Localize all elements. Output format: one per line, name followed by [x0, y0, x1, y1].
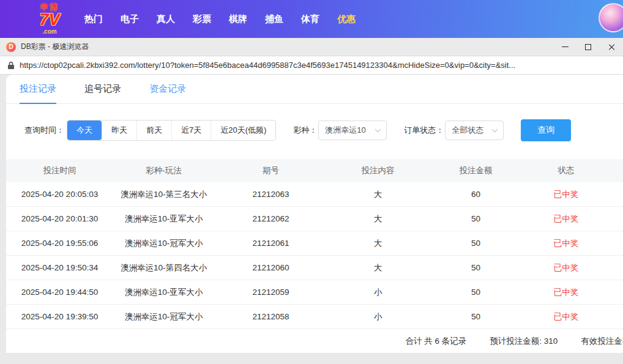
- bet-content-cell: 大: [327, 182, 428, 206]
- close-button[interactable]: [600, 38, 623, 56]
- issue-number-cell: 21212062: [214, 207, 327, 231]
- nav-item-真人[interactable]: 真人: [157, 13, 175, 25]
- bet-records-table: 投注时间彩种-玩法期号投注内容投注金额状态 2025-04-20 20:05:0…: [6, 159, 623, 354]
- bet-content-cell: 大: [327, 231, 428, 255]
- column-header: 投注内容: [327, 159, 428, 182]
- issue-number-cell: 21212060: [214, 256, 327, 280]
- status-filter-label: 订单状态：: [404, 125, 444, 136]
- minimize-icon: [562, 46, 569, 47]
- time-option-前天[interactable]: 前天: [136, 121, 171, 140]
- records-card: 投注记录追号记录资金记录 查询时间： 今天昨天前天近7天近20天(低频) 彩种：…: [6, 75, 623, 354]
- lottery-select-value: 澳洲幸运10: [325, 125, 365, 136]
- maximize-icon: [585, 44, 591, 50]
- bet-amount-cell: 50: [428, 207, 523, 231]
- time-option-昨天[interactable]: 昨天: [102, 121, 136, 140]
- order-status-select[interactable]: 全部状态: [445, 121, 504, 140]
- bet-content-cell: 小: [327, 280, 428, 304]
- browser-favicon-icon: D: [6, 42, 16, 52]
- bet-time-cell: 2025-04-20 19:39:50: [6, 305, 113, 329]
- tab-资金记录[interactable]: 资金记录: [149, 75, 186, 103]
- time-option-今天[interactable]: 今天: [67, 121, 102, 140]
- bet-amount-cell: 50: [428, 280, 523, 304]
- url-field[interactable]: https://ctop02pcali.2kbxi392.com/lottery…: [20, 61, 616, 70]
- time-range-group: 今天昨天前天近7天近20天(低频): [67, 120, 276, 141]
- bet-time-cell: 2025-04-20 20:05:03: [6, 182, 113, 206]
- bet-content-cell: 大: [327, 256, 428, 280]
- browser-titlebar: D DB彩票 - 极速浏览器: [0, 38, 623, 56]
- bet-amount-cell: 60: [428, 182, 523, 206]
- nav-item-体育[interactable]: 体育: [301, 13, 319, 25]
- status-cell: 已中奖: [523, 182, 609, 206]
- nav-item-优惠[interactable]: 优惠: [337, 13, 356, 25]
- table-row: 2025-04-20 19:39:50澳洲幸运10-冠军大小21212058小5…: [6, 305, 623, 329]
- logo-text-main: 7V: [39, 11, 59, 28]
- maximize-button[interactable]: [576, 38, 600, 56]
- bet-content-cell: 大: [327, 207, 428, 231]
- lottery-filter-label: 彩种：: [293, 125, 317, 136]
- issue-number-cell: 21212063: [214, 182, 327, 206]
- nav-item-彩票[interactable]: 彩票: [193, 13, 211, 25]
- table-body: 2025-04-20 20:05:03澳洲幸运10-第三名大小21212063大…: [6, 182, 623, 329]
- minimize-button[interactable]: [553, 38, 576, 56]
- nav-item-棋牌[interactable]: 棋牌: [229, 13, 247, 25]
- bet-amount-cell: 50: [428, 231, 523, 255]
- address-bar: https://ctop02pcali.2kbxi392.com/lottery…: [0, 56, 623, 75]
- nav-item-热门[interactable]: 热门: [84, 13, 103, 25]
- filter-bar: 查询时间： 今天昨天前天近7天近20天(低频) 彩种： 澳洲幸运10 订单状态：…: [24, 120, 623, 141]
- bet-time-cell: 2025-04-20 19:50:34: [6, 256, 113, 280]
- table-header-row: 投注时间彩种-玩法期号投注内容投注金额状态: [6, 159, 623, 182]
- table-row: 2025-04-20 19:50:34澳洲幸运10-第四名大小21212060大…: [6, 256, 623, 280]
- lottery-play-cell: 澳洲幸运10-第四名大小: [113, 256, 214, 280]
- table-row: 2025-04-20 19:44:50澳洲幸运10-亚军大小21212059小5…: [6, 280, 623, 305]
- lottery-play-cell: 澳洲幸运10-亚军大小: [113, 207, 214, 231]
- lock-icon: [7, 61, 15, 70]
- browser-window: 申博 7V .com 热门电子真人彩票棋牌捕鱼体育优惠 D DB彩票 - 极速浏…: [0, 0, 623, 364]
- issue-number-cell: 21212058: [214, 305, 327, 329]
- status-cell: 已中奖: [523, 305, 609, 329]
- user-avatar[interactable]: [599, 3, 623, 32]
- footer-total: 合计 共 6 条记录: [405, 336, 466, 347]
- tab-bar: 投注记录追号记录资金记录: [6, 75, 623, 104]
- footer-valid-amount: 有效投注金额:: [581, 336, 623, 347]
- column-header: 状态: [523, 159, 609, 182]
- lottery-play-cell: 澳洲幸运10-亚军大小: [113, 280, 214, 304]
- chevron-down-icon: [375, 127, 381, 133]
- bet-time-cell: 2025-04-20 20:01:30: [6, 207, 113, 231]
- status-cell: 已中奖: [523, 207, 609, 231]
- time-option-近7天[interactable]: 近7天: [171, 121, 211, 140]
- bet-amount-cell: 50: [428, 256, 523, 280]
- search-button[interactable]: 查询: [521, 119, 571, 141]
- bet-time-cell: 2025-04-20 19:44:50: [6, 280, 113, 304]
- top-nav: 热门电子真人彩票棋牌捕鱼体育优惠: [84, 13, 356, 25]
- column-header: 彩种-玩法: [113, 159, 214, 182]
- status-cell: 已中奖: [523, 256, 609, 280]
- table-footer: 合计 共 6 条记录 预计投注金额: 310 有效投注金额:: [6, 329, 623, 354]
- chevron-down-icon: [492, 127, 498, 133]
- logo-text-domain: .com: [42, 29, 56, 35]
- order-status-value: 全部状态: [452, 125, 483, 136]
- window-controls: [553, 38, 623, 56]
- bet-content-cell: 小: [327, 305, 428, 329]
- bet-time-cell: 2025-04-20 19:55:06: [6, 231, 113, 255]
- time-filter-label: 查询时间：: [24, 125, 64, 136]
- column-header: 期号: [214, 159, 327, 182]
- table-row: 2025-04-20 20:05:03澳洲幸运10-第三名大小21212063大…: [6, 182, 623, 207]
- page-background: 投注记录追号记录资金记录 查询时间： 今天昨天前天近7天近20天(低频) 彩种：…: [0, 75, 623, 364]
- nav-item-电子[interactable]: 电子: [121, 13, 139, 25]
- site-topbar: 申博 7V .com 热门电子真人彩票棋牌捕鱼体育优惠: [0, 0, 623, 38]
- logo-text-top: 申博: [40, 3, 59, 12]
- tab-追号记录[interactable]: 追号记录: [84, 75, 121, 103]
- nav-item-捕鱼[interactable]: 捕鱼: [265, 13, 283, 25]
- site-logo[interactable]: 申博 7V .com: [31, 3, 69, 35]
- lottery-select[interactable]: 澳洲幸运10: [318, 121, 387, 140]
- lottery-play-cell: 澳洲幸运10-第三名大小: [113, 182, 214, 206]
- bet-amount-cell: 50: [428, 305, 523, 329]
- time-option-近20天(低频)[interactable]: 近20天(低频): [211, 121, 275, 140]
- table-row: 2025-04-20 19:55:06澳洲幸运10-冠军大小21212061大5…: [6, 231, 623, 256]
- column-header: 投注时间: [6, 159, 113, 182]
- issue-number-cell: 21212061: [214, 231, 327, 255]
- lottery-play-cell: 澳洲幸运10-冠军大小: [113, 305, 214, 329]
- issue-number-cell: 21212059: [214, 280, 327, 304]
- close-icon: [608, 43, 615, 51]
- tab-投注记录[interactable]: 投注记录: [20, 75, 56, 103]
